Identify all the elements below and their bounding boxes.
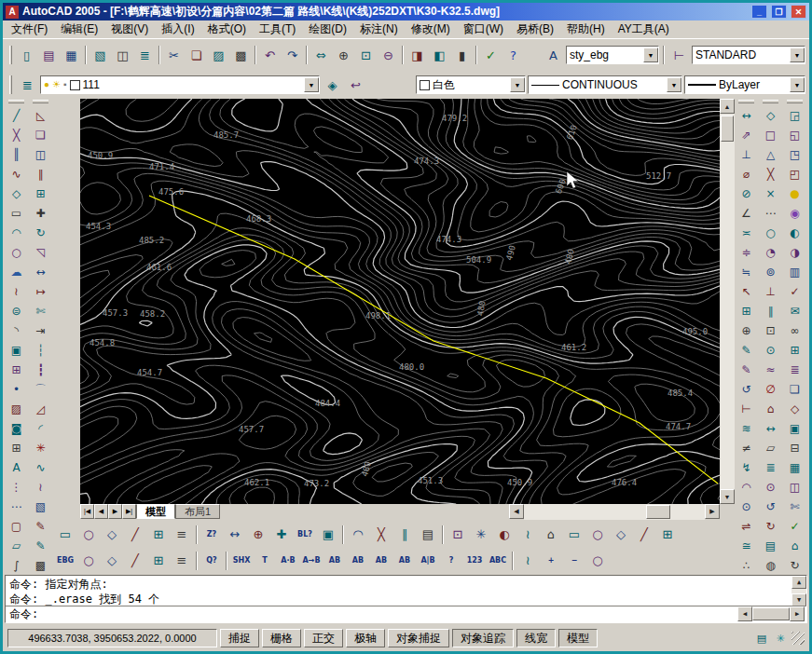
- toolbar-grip[interactable]: [9, 75, 12, 94]
- explode-button[interactable]: ✳: [30, 438, 51, 457]
- pipe-tool-button[interactable]: ⊕: [247, 524, 269, 545]
- menu-item-yiqiao[interactable]: 易桥(B): [510, 20, 560, 39]
- erase-button[interactable]: ◺: [30, 105, 51, 125]
- hatch-button[interactable]: ▨: [6, 399, 27, 418]
- sketch-button[interactable]: ∫: [6, 555, 27, 575]
- snap-parallel-button[interactable]: ∥: [760, 301, 781, 320]
- stretch-button[interactable]: ↔: [30, 262, 51, 281]
- group-button[interactable]: ❏: [784, 379, 805, 399]
- horizontal-scroll-track[interactable]: [524, 504, 705, 520]
- drawing-area[interactable]: 479.2485.7450.9471.4474.3512.7610475.660…: [80, 99, 720, 504]
- menu-item-view[interactable]: 视图(V): [104, 20, 155, 39]
- snap-center-button[interactable]: ○: [760, 223, 781, 242]
- trim-button[interactable]: ✄: [30, 301, 51, 320]
- tab-previous-button[interactable]: ◀: [94, 504, 108, 519]
- markup-set-button[interactable]: ✓: [784, 281, 805, 301]
- break-button[interactable]: ┇: [30, 360, 51, 379]
- status-toggle-osnap[interactable]: 对象捕捉: [388, 629, 449, 647]
- layer-previous-button[interactable]: ↩: [345, 75, 366, 96]
- command-history[interactable]: 命令: 指定对角点:命令: _.erase 找到 54 个: [6, 576, 791, 606]
- etransmit-button[interactable]: ✉: [784, 301, 805, 320]
- paste-button[interactable]: ▨: [208, 45, 229, 66]
- line-button[interactable]: ╱: [6, 105, 27, 125]
- draw-order-above-button[interactable]: ◳: [784, 144, 805, 164]
- image-button[interactable]: ▦: [784, 457, 805, 477]
- scroll-up-icon[interactable]: ▲: [720, 99, 735, 114]
- grid-tool-2-button[interactable]: ○: [77, 550, 100, 571]
- status-toggle-lineweight[interactable]: 线宽: [516, 629, 556, 647]
- calculator-button[interactable]: ⊞: [784, 340, 805, 360]
- smooth-tool-button[interactable]: ⊞: [656, 524, 679, 545]
- divide-button[interactable]: ⋮: [6, 477, 27, 497]
- snap-quadrant-button[interactable]: ◔: [760, 242, 781, 262]
- draw-order-back-button[interactable]: ◱: [784, 125, 805, 144]
- center-mark-button[interactable]: ⊕: [736, 320, 757, 340]
- menu-item-tools[interactable]: 工具(T): [253, 20, 302, 39]
- array-button[interactable]: ⊞: [30, 184, 51, 203]
- wipeout-button[interactable]: ▱: [6, 536, 27, 555]
- command-prompt[interactable]: 命令: ◀ ▶: [6, 606, 806, 622]
- extend-button[interactable]: ⇥: [30, 320, 51, 340]
- chevron-down-icon[interactable]: ▼: [510, 77, 525, 92]
- undo-button[interactable]: ↶: [259, 45, 281, 66]
- continue-dimension-button[interactable]: ≒: [736, 262, 757, 281]
- menu-item-format[interactable]: 格式(O): [201, 20, 253, 39]
- snap-node-button[interactable]: ⊙: [760, 340, 781, 360]
- revision-cloud-button[interactable]: ☁: [6, 262, 27, 281]
- lineweight-combo[interactable]: ByLayer ▼: [684, 75, 805, 94]
- plus-tool-button[interactable]: +: [540, 550, 562, 571]
- vertical-scroll-track[interactable]: [720, 114, 735, 489]
- arc-button[interactable]: ◠: [6, 223, 27, 242]
- plot-preview-button[interactable]: ◫: [112, 45, 133, 66]
- snap-tangent-button[interactable]: ⊚: [760, 262, 781, 281]
- redraw-button[interactable]: ↺: [760, 497, 781, 516]
- horizontal-scrollbar[interactable]: ◀ ▶: [509, 504, 720, 520]
- maximize-button[interactable]: ❐: [771, 5, 787, 19]
- hatch-tool-2-button[interactable]: ≡: [171, 550, 193, 571]
- block-tool-button[interactable]: ▣: [317, 524, 339, 545]
- offset-button[interactable]: ∥: [30, 164, 51, 184]
- help-badge-button[interactable]: ?: [440, 550, 462, 571]
- diameter-dimension-button[interactable]: ⊘: [736, 184, 757, 203]
- q-query-button[interactable]: Q?: [200, 550, 223, 571]
- orbit-tool-button[interactable]: ✳: [470, 524, 492, 545]
- ab-tool-3-button[interactable]: AB: [370, 550, 392, 571]
- ab-tool-1-button[interactable]: AB: [323, 550, 346, 571]
- break-at-point-button[interactable]: ┆: [30, 340, 51, 360]
- table-button[interactable]: ⊞: [6, 438, 27, 457]
- rectangle-tool-2-button[interactable]: ○: [77, 524, 100, 545]
- redo-button[interactable]: ↷: [282, 45, 303, 66]
- align-tool-2-button[interactable]: ≀: [516, 550, 539, 571]
- toolbar-grip[interactable]: [763, 100, 778, 103]
- publish-button[interactable]: ≣: [134, 45, 156, 66]
- dim-break-button[interactable]: ≠: [736, 438, 757, 457]
- menu-item-modify[interactable]: 修改(M): [405, 20, 457, 39]
- scroll-right-icon[interactable]: ▶: [790, 606, 805, 621]
- node-tool-button[interactable]: ⊞: [147, 524, 170, 545]
- polygon-button[interactable]: ◇: [6, 184, 27, 203]
- open-button[interactable]: ▤: [38, 45, 60, 66]
- circle-tool-2-button[interactable]: ╱: [124, 524, 146, 545]
- grid-tool-button[interactable]: ◠: [347, 524, 369, 545]
- polyline-button[interactable]: ∿: [6, 164, 27, 184]
- scroll-left-icon[interactable]: ◀: [509, 504, 524, 519]
- tab-layout1[interactable]: 布局1: [175, 504, 220, 519]
- linetype-combo[interactable]: CONTINUOUS ▼: [528, 75, 682, 94]
- ellipse-arc-button[interactable]: ◝: [6, 320, 27, 340]
- properties-button[interactable]: ◨: [406, 45, 428, 66]
- status-toggle-otrack[interactable]: 对象追踪: [452, 629, 514, 647]
- render-button[interactable]: ◉: [784, 203, 805, 223]
- chevron-down-icon[interactable]: ▼: [790, 77, 805, 92]
- close-button[interactable]: ✕: [791, 5, 806, 19]
- pedit-button[interactable]: ∿: [30, 457, 51, 477]
- zoom-realtime-button[interactable]: ⊕: [333, 45, 354, 66]
- dimension-text-edit-button[interactable]: ✎: [736, 360, 757, 379]
- plot-button[interactable]: ▧: [89, 45, 111, 66]
- menu-item-file[interactable]: 文件(F): [5, 20, 54, 39]
- ab-tool-2-button[interactable]: AB: [347, 550, 369, 571]
- vertical-scroll-thumb[interactable]: [721, 116, 734, 142]
- minus-tool-button[interactable]: −: [563, 550, 585, 571]
- options-button[interactable]: ⌂: [784, 536, 805, 555]
- dimension-edit-button[interactable]: ✎: [736, 340, 757, 360]
- tab-last-button[interactable]: ▶|: [122, 504, 136, 519]
